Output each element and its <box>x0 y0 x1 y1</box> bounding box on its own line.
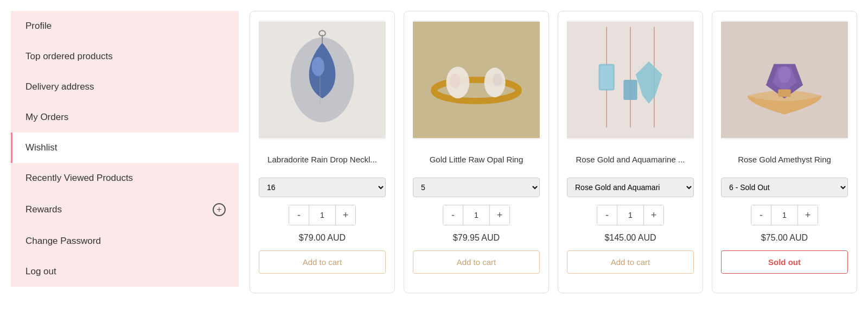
product-image-labradorite <box>259 20 386 140</box>
product-card-gold-opal: Gold Little Raw Opal Ring 5 6 7 8 - 1 + … <box>404 11 549 293</box>
quantity-increase-rose-gold-aquamarine[interactable]: + <box>644 205 663 225</box>
sidebar-item-wishlist[interactable]: Wishlist <box>11 133 239 163</box>
products-area: Labradorite Rain Drop Neckl... 16 18 20 … <box>250 11 857 310</box>
product-title-rose-gold-amethyst: Rose Gold Amethyst Ring <box>738 148 831 170</box>
product-select-rose-gold-aquamarine[interactable]: Rose Gold and Aquamari <box>567 178 694 197</box>
sidebar-item-top-ordered[interactable]: Top ordered products <box>11 41 239 72</box>
svg-rect-21 <box>778 90 790 97</box>
quantity-increase-labradorite[interactable]: + <box>336 205 355 225</box>
quantity-value-gold-opal: 1 <box>463 205 490 225</box>
svg-point-9 <box>450 73 461 88</box>
svg-rect-17 <box>600 66 612 89</box>
add-to-cart-gold-opal[interactable]: Add to cart <box>413 250 540 274</box>
product-card-rose-gold-aquamarine: Rose Gold and Aquamarine ... Rose Gold a… <box>558 11 703 293</box>
sidebar-label-wishlist: Wishlist <box>25 142 58 153</box>
svg-point-2 <box>312 57 324 76</box>
add-to-cart-rose-gold-aquamarine[interactable]: Add to cart <box>567 250 694 274</box>
quantity-value-rose-gold-aquamarine: 1 <box>617 205 644 225</box>
svg-point-11 <box>493 73 502 86</box>
quantity-value-labradorite: 1 <box>309 205 336 225</box>
sidebar-item-rewards[interactable]: Rewards + <box>11 193 239 226</box>
product-select-gold-opal[interactable]: 5 6 7 8 <box>413 178 540 197</box>
sidebar-item-profile[interactable]: Profile <box>11 11 239 41</box>
sidebar-label-log-out: Log out <box>25 266 56 276</box>
add-to-cart-labradorite[interactable]: Add to cart <box>259 250 386 274</box>
quantity-increase-rose-gold-amethyst[interactable]: + <box>798 205 818 225</box>
product-quantity-labradorite: - 1 + <box>289 205 356 225</box>
product-image-rose-gold-aquamarine <box>567 20 694 140</box>
product-title-gold-opal: Gold Little Raw Opal Ring <box>430 148 524 170</box>
quantity-value-rose-gold-amethyst: 1 <box>771 205 798 225</box>
sidebar-label-change-password: Change Password <box>25 236 101 246</box>
svg-point-20 <box>778 66 790 83</box>
product-title-rose-gold-aquamarine: Rose Gold and Aquamarine ... <box>576 148 685 170</box>
product-price-rose-gold-amethyst: $75.00 AUD <box>761 233 808 243</box>
sidebar-label-recently-viewed: Recently Viewed Products <box>25 173 133 183</box>
sidebar-label-profile: Profile <box>25 21 52 31</box>
sidebar-item-delivery-address[interactable]: Delivery address <box>11 72 239 102</box>
sidebar-item-recently-viewed[interactable]: Recently Viewed Products <box>11 163 239 193</box>
sidebar-label-rewards: Rewards <box>25 204 62 215</box>
product-quantity-rose-gold-amethyst: - 1 + <box>751 205 818 225</box>
product-price-labradorite: $79.00 AUD <box>299 233 346 243</box>
quantity-decrease-labradorite[interactable]: - <box>289 205 309 225</box>
quantity-decrease-rose-gold-amethyst[interactable]: - <box>751 205 771 225</box>
quantity-decrease-rose-gold-aquamarine[interactable]: - <box>597 205 617 225</box>
quantity-decrease-gold-opal[interactable]: - <box>443 205 463 225</box>
sidebar-label-top-ordered: Top ordered products <box>25 51 113 61</box>
sold-out-rose-gold-amethyst[interactable]: Sold out <box>721 250 848 274</box>
quantity-increase-gold-opal[interactable]: + <box>490 205 509 225</box>
product-quantity-rose-gold-aquamarine: - 1 + <box>597 205 664 225</box>
sidebar-label-my-orders: My Orders <box>25 112 68 122</box>
product-image-gold-opal <box>413 20 540 140</box>
sidebar-label-delivery-address: Delivery address <box>25 81 94 92</box>
sidebar-item-log-out[interactable]: Log out <box>11 256 239 287</box>
product-card-rose-gold-amethyst: Rose Gold Amethyst Ring 6 - Sold Out 7 8… <box>712 11 857 293</box>
product-title-labradorite: Labradorite Rain Drop Neckl... <box>267 148 377 170</box>
sidebar: Profile Top ordered products Delivery ad… <box>11 11 239 310</box>
svg-rect-18 <box>623 80 637 100</box>
product-select-labradorite[interactable]: 16 18 20 <box>259 178 386 197</box>
rewards-plus-icon[interactable]: + <box>213 203 226 216</box>
product-quantity-gold-opal: - 1 + <box>443 205 510 225</box>
sidebar-item-change-password[interactable]: Change Password <box>11 226 239 256</box>
product-price-gold-opal: $79.95 AUD <box>453 233 500 243</box>
product-image-rose-gold-amethyst <box>721 20 848 140</box>
svg-rect-5 <box>320 72 321 104</box>
product-select-rose-gold-amethyst[interactable]: 6 - Sold Out 7 8 <box>721 178 848 197</box>
product-price-rose-gold-aquamarine: $145.00 AUD <box>604 233 656 243</box>
product-card-labradorite: Labradorite Rain Drop Neckl... 16 18 20 … <box>250 11 395 293</box>
sidebar-item-my-orders[interactable]: My Orders <box>11 102 239 133</box>
